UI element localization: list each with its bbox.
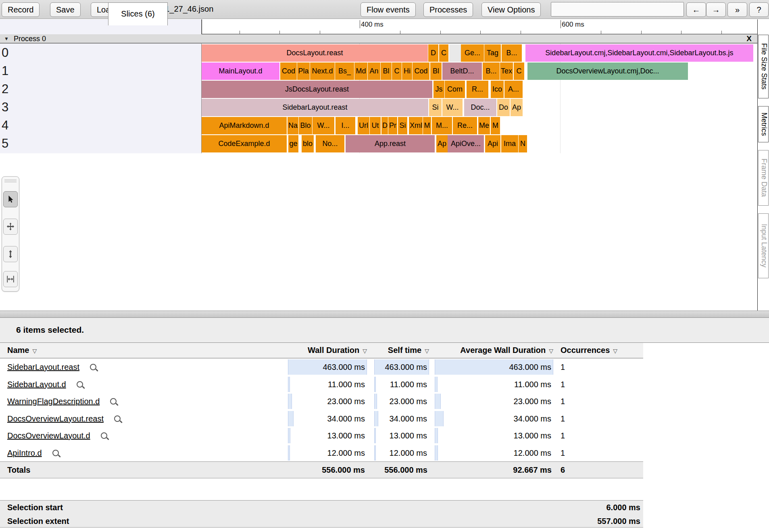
trace-slice[interactable]: Url [358, 117, 369, 134]
magnifier-icon[interactable] [90, 364, 96, 370]
trace-slice[interactable]: D [381, 117, 388, 134]
help-button[interactable]: ? [749, 2, 769, 17]
view-options-button[interactable]: View Options [481, 2, 541, 17]
trace-slice[interactable]: JsDocsLayout.reast [202, 81, 432, 98]
slice-name-link[interactable]: ApiIntro.d [7, 449, 42, 457]
trace-slice[interactable]: DocsLayout.reast [202, 44, 428, 62]
panel-splitter[interactable] [0, 311, 769, 318]
trace-slice[interactable]: Hi [402, 63, 412, 80]
trace-slice[interactable]: W... [442, 99, 463, 116]
trace-slice[interactable]: BeltD... [442, 63, 482, 80]
trace-slice[interactable]: C [439, 44, 448, 62]
column-header-self-time[interactable]: Self time▽ [374, 343, 429, 359]
trace-slice[interactable]: Ut [370, 117, 381, 134]
selection-tool-button[interactable] [3, 191, 18, 207]
slice-name-link[interactable]: DocsOverviewLayout.reast [7, 414, 104, 423]
trace-slice[interactable]: Ico [491, 81, 504, 98]
trace-slice[interactable]: Cod [280, 63, 297, 80]
trace-slice[interactable]: B... [502, 44, 522, 62]
trace-slice[interactable]: Com [445, 81, 465, 98]
trace-slice[interactable]: Cod [413, 63, 429, 80]
trace-slice[interactable]: C [514, 63, 524, 80]
trace-slice[interactable]: M [491, 117, 500, 134]
trace-slice[interactable]: Bl [430, 63, 442, 80]
trace-slice[interactable] [449, 44, 461, 62]
trace-slice[interactable]: Api [485, 135, 500, 152]
close-process-button[interactable]: X [746, 34, 752, 43]
trace-slice[interactable]: Pla [297, 63, 310, 80]
slice-name-link[interactable]: DocsOverviewLayout.d [7, 431, 90, 440]
trace-slice[interactable]: Ap [436, 135, 448, 152]
save-button[interactable]: Save [50, 2, 81, 17]
trace-slice[interactable]: DocsOverviewLayout.cmj,Doc... [527, 63, 688, 80]
side-tab-input-latency[interactable]: Input Latency [758, 213, 769, 278]
pan-tool-button[interactable] [3, 219, 18, 235]
overflow-menu-button[interactable]: » [727, 2, 747, 17]
find-previous-button[interactable]: ← [686, 2, 706, 17]
flame-chart[interactable]: DocsLayout.reastDCGe...TagB...SidebarLay… [202, 44, 757, 153]
trace-slice[interactable]: D [428, 44, 438, 62]
trace-slice[interactable]: No... [316, 135, 344, 152]
trace-slice[interactable]: ge [288, 135, 298, 152]
trace-slice[interactable]: SidebarLayout.cmj,SidebarLayout.cmi,Side… [525, 44, 753, 62]
trace-slice[interactable]: Do [497, 99, 510, 116]
trace-slice[interactable]: Tag [484, 44, 501, 62]
trace-slice[interactable]: Na [288, 117, 298, 134]
trace-slice[interactable]: CodeExample.d [202, 135, 287, 152]
trace-slice[interactable]: Pr [388, 117, 397, 134]
flow-events-button[interactable]: Flow events [361, 2, 416, 17]
column-header-average-wall-duration[interactable]: Average Wall Duration▽ [435, 343, 553, 359]
trace-slice[interactable]: App.reast [346, 135, 435, 152]
trace-slice[interactable]: MainLayout.d [202, 63, 279, 80]
side-tab-file-size-stats[interactable]: File Size Stats [758, 35, 769, 98]
trace-slice[interactable]: Ge... [461, 44, 484, 62]
slice-name-link[interactable]: SidebarLayout.reast [7, 363, 79, 371]
search-input[interactable] [551, 2, 684, 17]
trace-slice[interactable]: A... [504, 81, 523, 98]
column-header-wall-duration[interactable]: Wall Duration▽ [288, 343, 367, 359]
magnifier-icon[interactable] [77, 381, 83, 388]
trace-slice[interactable]: blo [302, 135, 314, 152]
zoom-tool-button[interactable] [3, 246, 18, 262]
trace-slice[interactable]: Re... [453, 117, 477, 134]
trace-slice[interactable]: Next.d [310, 63, 335, 80]
trace-slice[interactable]: C [392, 63, 402, 80]
tab-slices[interactable]: Slices (6) [108, 2, 168, 25]
trace-slice[interactable]: Md [354, 63, 367, 80]
magnifier-icon[interactable] [101, 432, 107, 439]
find-next-button[interactable]: → [706, 2, 726, 17]
trace-slice[interactable]: M... [432, 117, 452, 134]
trace-slice[interactable]: Bs_ [335, 63, 354, 80]
trace-slice[interactable]: Blo [299, 117, 312, 134]
trace-slice[interactable]: I... [336, 117, 355, 134]
palette-drag-handle[interactable] [4, 179, 17, 182]
trace-slice[interactable]: ApiOve... [448, 135, 484, 152]
column-header-name[interactable]: Name▽ [7, 343, 37, 359]
trace-slice[interactable]: B... [483, 63, 500, 80]
timeline-ruler[interactable]: 400 ms600 ms [202, 19, 757, 34]
trace-slice[interactable]: Js [433, 81, 444, 98]
trace-slice[interactable]: Ap [511, 99, 523, 116]
record-button[interactable]: Record [2, 2, 40, 17]
processes-button[interactable]: Processes [423, 2, 473, 17]
timing-tool-button[interactable] [3, 271, 18, 287]
trace-slice[interactable]: N [519, 135, 527, 152]
collapse-triangle-icon[interactable]: ▼ [4, 34, 9, 43]
column-header-occurrences[interactable]: Occurrences▽ [561, 343, 617, 359]
magnifier-icon[interactable] [114, 415, 121, 422]
trace-slice[interactable]: ApiMarkdown.d [202, 117, 287, 134]
trace-slice[interactable]: W... [313, 117, 334, 134]
trace-slice[interactable]: Me [478, 117, 490, 134]
trace-slice[interactable]: Tex [500, 63, 513, 80]
side-tab-metrics[interactable]: Metrics [758, 106, 769, 142]
magnifier-icon[interactable] [52, 450, 59, 456]
trace-slice[interactable]: Ima [501, 135, 518, 152]
slice-name-link[interactable]: SidebarLayout.d [7, 380, 66, 389]
slice-name-link[interactable]: WarningFlagDescription.d [7, 397, 100, 406]
process-header[interactable]: ▼ Process 0 X [0, 34, 757, 44]
trace-slice[interactable]: R... [467, 81, 488, 98]
magnifier-icon[interactable] [110, 398, 117, 405]
trace-slice[interactable]: Bl [381, 63, 392, 80]
trace-slice[interactable]: Si [429, 99, 442, 116]
trace-slice[interactable]: An [368, 63, 380, 80]
